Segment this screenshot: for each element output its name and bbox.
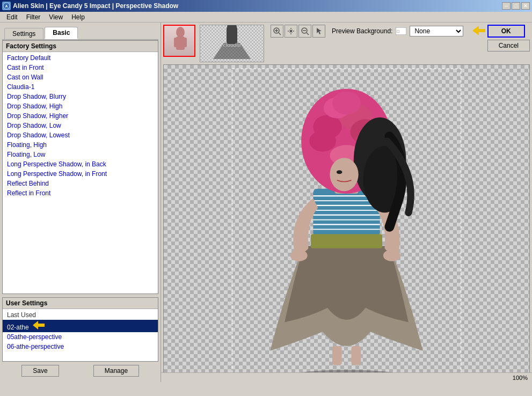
minimize-button[interactable]: ─ xyxy=(502,2,511,10)
user-settings-header: User Settings xyxy=(3,298,158,309)
svg-rect-6 xyxy=(183,38,187,47)
list-item-floating-high[interactable]: Floating, High xyxy=(3,140,158,150)
svg-marker-2 xyxy=(33,321,45,329)
main-content: Settings Basic Factory Settings Factory … xyxy=(0,23,532,382)
tab-basic[interactable]: Basic xyxy=(45,27,78,39)
zoom-out-button[interactable] xyxy=(298,25,311,38)
menu-edit[interactable]: Edit xyxy=(2,12,22,22)
menu-view[interactable]: View xyxy=(45,12,67,22)
svg-marker-20 xyxy=(472,26,485,35)
tab-bar: Settings Basic xyxy=(2,25,158,40)
svg-point-39 xyxy=(332,92,361,115)
preview-bg-label: Preview Background: xyxy=(332,27,392,35)
main-thumbnail xyxy=(163,25,195,57)
factory-settings-section: Factory Settings Factory Default Cast in… xyxy=(2,40,158,294)
right-panel: claudia xyxy=(161,23,532,382)
list-item-reflect-behind[interactable]: Reflect Behind xyxy=(3,179,158,188)
menu-bar: Edit Filter View Help xyxy=(0,12,532,23)
app-icon: A xyxy=(2,2,11,10)
thumbnail-area: claudia xyxy=(163,25,463,62)
svg-text:□: □ xyxy=(397,29,399,34)
title-text: Alien Skin | Eye Candy 5 Impact | Perspe… xyxy=(13,2,178,10)
tab-settings[interactable]: Settings xyxy=(4,28,43,39)
svg-line-11 xyxy=(279,33,281,35)
toolbar: Preview Background: □ None White Black C… xyxy=(271,25,463,38)
list-item-cast-on-wall[interactable]: Cast on Wall xyxy=(3,72,158,82)
svg-text:A: A xyxy=(5,4,8,8)
list-item-long-perspective-front[interactable]: Long Perspective Shadow, in Front xyxy=(3,169,158,179)
user-settings-list: Last Used 02-athe 05athe-perspective 06-… xyxy=(3,309,158,353)
list-item-drop-shadow-lowest[interactable]: Drop Shadow, Lowest xyxy=(3,130,158,140)
user-list-item-last-used: Last Used xyxy=(3,310,158,320)
list-item-floating-low[interactable]: Floating, Low xyxy=(3,150,158,159)
user-list-item-05athe[interactable]: 05athe-perspective xyxy=(3,332,158,342)
ok-button[interactable]: OK xyxy=(487,25,525,38)
factory-settings-list: Factory Default Cast in Front Cast on Wa… xyxy=(3,52,158,199)
list-item-long-perspective-back[interactable]: Long Perspective Shadow, in Back xyxy=(3,159,158,169)
svg-point-14 xyxy=(290,30,292,32)
window-controls[interactable]: ─ □ ✕ xyxy=(502,2,530,10)
ok-cancel-group: OK Cancel xyxy=(487,25,530,52)
zoom-level: 100% xyxy=(513,375,528,381)
pan-button[interactable] xyxy=(285,25,297,38)
menu-filter[interactable]: Filter xyxy=(22,12,45,22)
secondary-thumbnail: claudia xyxy=(200,25,264,62)
svg-line-16 xyxy=(307,33,309,35)
factory-settings-header: Factory Settings xyxy=(3,41,158,52)
zoom-in-button[interactable] xyxy=(271,25,283,38)
title-bar: A Alien Skin | Eye Candy 5 Impact | Pers… xyxy=(0,0,532,12)
manage-button[interactable]: Manage xyxy=(93,365,139,377)
preview-area[interactable] xyxy=(163,64,530,380)
list-item-reflect-in-front[interactable]: Reflect in Front xyxy=(3,188,158,198)
svg-rect-5 xyxy=(174,38,178,47)
svg-point-3 xyxy=(176,27,185,38)
bottom-buttons: Save Manage xyxy=(2,362,158,380)
user-list-item-02-athe[interactable]: 02-athe xyxy=(3,320,158,332)
list-item-drop-shadow-high[interactable]: Drop Shadow, High xyxy=(3,101,158,111)
claudia-thumbnail-inner: claudia xyxy=(200,25,264,62)
svg-point-47 xyxy=(290,250,308,261)
svg-point-45 xyxy=(330,158,358,191)
cancel-button[interactable]: Cancel xyxy=(487,40,530,52)
factory-settings-list-wrapper[interactable]: Factory Default Cast in Front Cast on Wa… xyxy=(3,52,158,294)
maximize-button[interactable]: □ xyxy=(512,2,520,10)
user-list-item-06athe[interactable]: 06-athe-perspective xyxy=(3,342,158,351)
svg-rect-32 xyxy=(311,234,382,248)
list-item-drop-shadow-blurry[interactable]: Drop Shadow, Blurry xyxy=(3,92,158,101)
select-button[interactable] xyxy=(312,25,325,38)
list-item-claudia-1[interactable]: Claudia-1 xyxy=(3,82,158,92)
preview-bg-select[interactable]: None White Black Custom xyxy=(410,26,463,36)
svg-point-46 xyxy=(337,170,342,174)
svg-point-48 xyxy=(383,250,400,261)
svg-rect-49 xyxy=(332,346,342,365)
list-item-drop-shadow-higher[interactable]: Drop Shadow, Higher xyxy=(3,111,158,121)
list-item-drop-shadow-low[interactable]: Drop Shadow, Low xyxy=(3,121,158,130)
preview-background-control: Preview Background: □ None White Black C… xyxy=(332,26,463,36)
status-bar: 100% xyxy=(161,372,532,382)
list-item-cast-in-front[interactable]: Cast in Front xyxy=(3,63,158,72)
save-button[interactable]: Save xyxy=(21,365,59,377)
svg-point-40 xyxy=(309,131,336,152)
user-settings-section: User Settings Last Used 02-athe 05athe-p… xyxy=(2,297,158,362)
title-bar-left: A Alien Skin | Eye Candy 5 Impact | Pers… xyxy=(2,2,178,10)
left-panel: Settings Basic Factory Settings Factory … xyxy=(0,23,161,382)
menu-help[interactable]: Help xyxy=(67,12,89,22)
svg-rect-50 xyxy=(351,346,361,365)
right-top: claudia xyxy=(163,25,530,62)
list-item-factory-default[interactable]: Factory Default xyxy=(3,53,158,63)
close-button[interactable]: ✕ xyxy=(521,2,530,10)
